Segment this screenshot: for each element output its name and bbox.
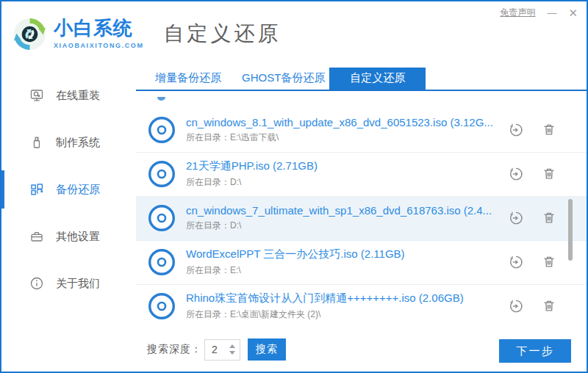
tab-ghost-backup[interactable]: GHOST备份还原 xyxy=(242,68,325,90)
info-circle-icon xyxy=(29,276,44,291)
restore-icon[interactable] xyxy=(508,210,524,226)
brand-name: 小白系统 xyxy=(54,18,144,38)
iso-list-item[interactable]: 21天学通PHP.iso (2.71GB) 所在目录：D:\ xyxy=(136,153,587,197)
iso-name: 21天学通PHP.iso (2.71GB) xyxy=(186,159,501,173)
iso-file-list: cn_windows_8.1_with_update_x86_dvd_60515… xyxy=(136,91,587,327)
footer-bar: 搜索深度： 2 搜索 下一步 xyxy=(136,327,587,372)
iso-list-item-selected[interactable]: cn_windows_7_ultimate_with_sp1_x86_dvd_6… xyxy=(136,197,587,241)
page-title: 自定义还原 xyxy=(164,20,282,48)
tab-incremental-backup[interactable]: 增量备份还原 xyxy=(155,68,221,90)
iso-list-item[interactable]: WordExcelPPT 三合一办公技巧.iso (2.11GB) 所在目录：E… xyxy=(136,241,587,285)
sidebar-item-make-system[interactable]: 制作系统 xyxy=(1,126,136,159)
scrollbar-thumb[interactable] xyxy=(568,199,573,261)
iso-list-item[interactable]: cn_windows_8.1_with_update_x86_dvd_60515… xyxy=(136,109,587,153)
sidebar-item-other-settings[interactable]: 其他设置 xyxy=(1,220,136,253)
restore-icon[interactable] xyxy=(508,298,524,314)
header: 小白系统 XIAOBAIXITONG.COM 自定义还原 免责声明 — ✕ xyxy=(1,1,587,66)
iso-name: cn_windows_8.1_with_update_x86_dvd_60515… xyxy=(186,116,501,128)
close-button[interactable]: ✕ xyxy=(568,7,578,18)
sidebar-item-label: 在线重装 xyxy=(56,89,100,103)
usb-drive-icon xyxy=(29,135,44,150)
trash-icon[interactable] xyxy=(541,166,557,182)
iso-list-item[interactable]: Rhino珠宝首饰设计从入门到精通++++++++.iso (2.06GB) 所… xyxy=(136,285,587,327)
tab-custom-restore[interactable]: 自定义还原 xyxy=(329,68,426,90)
iso-directory: 所在目录：E:\迅雷下载\ xyxy=(186,131,501,144)
briefcase-icon xyxy=(29,229,44,244)
disclaimer-link[interactable]: 免责声明 xyxy=(500,7,535,19)
sidebar-item-label: 备份还原 xyxy=(56,183,100,197)
grid-restore-icon xyxy=(29,182,44,197)
sidebar: 在线重装 制作系统 备份还原 xyxy=(1,66,136,372)
spinner-up-icon[interactable] xyxy=(229,344,235,348)
trash-icon[interactable] xyxy=(541,298,557,314)
restore-icon[interactable] xyxy=(508,166,524,182)
iso-name: Rhino珠宝首饰设计从入门到精通++++++++.iso (2.06GB) xyxy=(186,291,501,305)
disc-icon xyxy=(147,291,176,321)
sidebar-item-label: 其他设置 xyxy=(56,230,100,244)
search-depth-input[interactable]: 2 xyxy=(204,339,240,361)
search-depth-value[interactable]: 2 xyxy=(205,344,229,355)
sidebar-item-label: 关于我们 xyxy=(56,277,100,291)
iso-name: WordExcelPPT 三合一办公技巧.iso (2.11GB) xyxy=(186,247,501,261)
disc-icon xyxy=(147,203,176,233)
sidebar-item-backup-restore[interactable]: 备份还原 xyxy=(1,173,136,206)
search-depth-label: 搜索深度： xyxy=(147,343,202,356)
search-button[interactable]: 搜索 xyxy=(248,338,286,361)
trash-icon[interactable] xyxy=(541,122,557,138)
partial-row-peek xyxy=(157,97,165,101)
tab-bar: 增量备份还原 GHOST备份还原 自定义还原 xyxy=(136,68,587,91)
logo-text: 小白系统 XIAOBAIXITONG.COM xyxy=(54,18,144,48)
window-body: 在线重装 制作系统 备份还原 xyxy=(1,66,587,372)
disc-icon xyxy=(147,115,176,145)
sidebar-item-about-us[interactable]: 关于我们 xyxy=(1,267,136,300)
next-step-button[interactable]: 下一步 xyxy=(499,339,571,363)
minimize-button[interactable]: — xyxy=(547,8,556,18)
recycle-sphere-logo-icon xyxy=(12,17,47,51)
window-controls: 免责声明 — ✕ xyxy=(500,7,578,19)
restore-icon[interactable] xyxy=(508,122,524,138)
monitor-user-icon xyxy=(29,88,44,103)
disc-icon xyxy=(147,247,176,277)
brand-domain: XIAOBAIXITONG.COM xyxy=(54,42,144,49)
sidebar-item-label: 制作系统 xyxy=(56,136,100,150)
trash-icon[interactable] xyxy=(541,254,557,270)
app-window: 小白系统 XIAOBAIXITONG.COM 自定义还原 免责声明 — ✕ 在线… xyxy=(0,0,588,373)
restore-icon[interactable] xyxy=(508,254,524,270)
app-logo: 小白系统 XIAOBAIXITONG.COM xyxy=(12,17,144,51)
iso-directory: 所在目录：D:\ xyxy=(186,220,501,232)
iso-directory: 所在目录：D:\ xyxy=(186,176,501,189)
disc-icon xyxy=(147,159,176,189)
sidebar-item-online-reinstall[interactable]: 在线重装 xyxy=(1,79,136,112)
trash-icon[interactable] xyxy=(541,210,557,226)
main-content: 增量备份还原 GHOST备份还原 自定义还原 cn_windows_8.1_wi… xyxy=(136,66,587,372)
iso-directory: 所在目录：E:\ xyxy=(186,264,501,277)
iso-name: cn_windows_7_ultimate_with_sp1_x86_dvd_6… xyxy=(186,204,501,217)
spinner-down-icon[interactable] xyxy=(229,351,235,355)
iso-directory: 所在目录：E:\桌面\新建文件夹 (2)\ xyxy=(186,308,501,321)
